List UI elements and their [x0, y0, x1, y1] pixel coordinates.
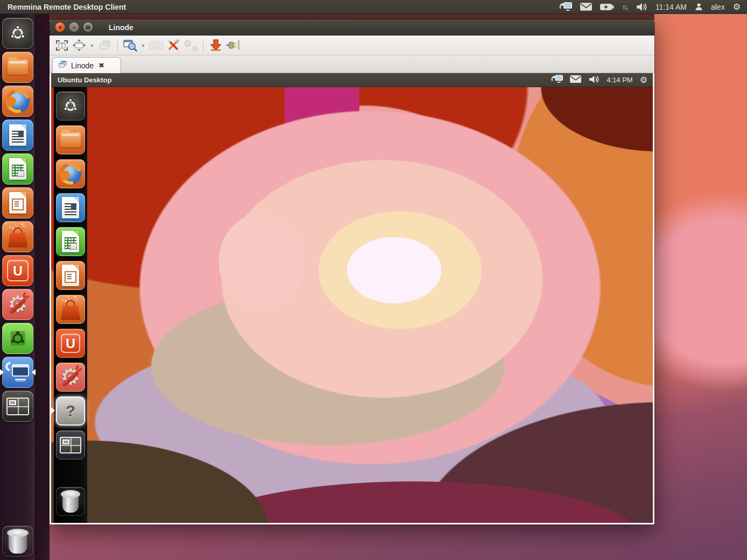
battery-icon[interactable] — [600, 3, 614, 11]
grab-keyboard-button[interactable] — [148, 38, 164, 53]
remote-clock[interactable]: 4:14 PM — [607, 76, 632, 84]
shopping-bag-icon — [7, 225, 29, 249]
unity-launcher: U ⚙ — [0, 14, 36, 560]
remote-launcher-item-impress[interactable] — [56, 261, 85, 290]
firefox-icon — [60, 163, 81, 185]
mail-icon[interactable] — [580, 3, 592, 11]
remote-launcher-item-trash[interactable] — [56, 487, 85, 516]
disconnect-button[interactable] — [225, 38, 241, 53]
fit-window-dropdown[interactable]: ▾ — [88, 38, 96, 53]
ubuntu-logo-green-icon — [9, 329, 27, 348]
preferences-button[interactable] — [165, 38, 181, 53]
host-indicator-tray: ↑↓ 11:14 AM alex ⚙ — [559, 2, 747, 12]
tab-close-button[interactable]: ✖ — [98, 61, 104, 69]
remmina-window: × − Linode 1 ▾ ▾ ⚙⚙ — [50, 19, 654, 524]
toolbar-separator — [117, 39, 118, 52]
launcher-item-writer[interactable] — [2, 119, 33, 151]
remote-launcher-item-settings[interactable]: ⚙ — [56, 363, 85, 392]
workspace-grid-icon — [60, 437, 81, 453]
folder-icon — [8, 60, 28, 75]
remote-launcher-item-workspaces[interactable] — [56, 430, 85, 459]
impress-document-icon — [62, 265, 79, 286]
remmina-toolbar: 1 ▾ ▾ ⚙⚙ — [50, 36, 654, 55]
ubuntu-one-icon: U — [61, 334, 80, 353]
launcher-item-dash[interactable] — [2, 18, 33, 49]
impress-document-icon — [9, 192, 26, 214]
remote-unity-launcher: U ⚙ ? — [54, 87, 87, 523]
fit-window-button[interactable] — [71, 38, 87, 53]
tab-strip: Linode ✖ — [50, 55, 654, 73]
workspace-grid-icon — [6, 398, 29, 415]
toolbar-separator — [203, 39, 203, 52]
scaled-mode-button[interactable] — [122, 38, 138, 53]
calc-document-icon — [62, 231, 79, 252]
gear-wrench-icon: ⚙ — [5, 292, 31, 317]
remote-launcher-item-firefox[interactable] — [56, 159, 85, 188]
fullscreen-digit: 1 — [61, 44, 64, 48]
running-arrow-indicator — [0, 369, 4, 375]
switch-tabs-button[interactable] — [97, 38, 113, 53]
writer-document-icon — [62, 197, 79, 218]
question-mark-icon: ? — [66, 402, 75, 420]
launcher-item-settings[interactable]: ⚙ — [2, 289, 33, 320]
remote-session-viewport: Ubuntu Desktop 4:14 PM ⚙ — [50, 73, 654, 524]
session-gear-icon[interactable]: ⚙ — [733, 3, 741, 11]
remote-menubar-title: Ubuntu Desktop — [51, 76, 111, 84]
host-clock[interactable]: 11:14 AM — [656, 3, 687, 11]
window-minimize-button[interactable]: − — [69, 22, 79, 32]
tab-label: Linode — [71, 61, 94, 70]
launcher-item-impress[interactable] — [2, 187, 33, 218]
window-titlebar[interactable]: × − Linode — [50, 19, 654, 36]
remote-launcher-item-dash[interactable] — [56, 91, 85, 120]
screenshot-button[interactable] — [208, 38, 224, 53]
user-icon[interactable] — [695, 3, 703, 11]
tab-linode[interactable]: Linode ✖ — [52, 57, 121, 73]
window-close-button[interactable]: × — [55, 22, 65, 32]
launcher-item-workspaces[interactable] — [2, 391, 33, 422]
remote-menubar: Ubuntu Desktop 4:14 PM ⚙ — [51, 73, 653, 87]
focused-arrow-indicator — [51, 407, 55, 414]
remote-launcher-item-writer[interactable] — [56, 193, 85, 222]
network-icon[interactable] — [551, 75, 563, 85]
launcher-item-ubuntu-green-app[interactable] — [2, 323, 33, 354]
volume-icon[interactable] — [588, 75, 600, 86]
calc-document-icon — [9, 158, 26, 180]
remote-launcher-item-home[interactable] — [56, 125, 85, 154]
scaled-mode-dropdown[interactable]: ▾ — [139, 38, 147, 53]
launcher-item-home[interactable] — [2, 52, 33, 83]
launcher-item-trash[interactable] — [2, 526, 33, 557]
ubuntu-logo-icon — [62, 98, 79, 114]
remote-launcher-item-calc[interactable] — [56, 227, 85, 256]
launcher-item-software-center[interactable] — [2, 221, 33, 252]
remmina-monitor-icon — [5, 361, 30, 384]
folder-icon — [60, 132, 81, 147]
toggle-fullscreen-button[interactable]: 1 — [54, 38, 70, 53]
tools-button[interactable]: ⚙⚙ — [182, 38, 199, 53]
remote-indicator-tray: 4:14 PM ⚙ — [551, 75, 653, 86]
launcher-item-ubuntu-one[interactable]: U — [2, 255, 33, 286]
gear-wrench-icon: ⚙ — [58, 364, 83, 390]
window-title: Linode — [109, 23, 133, 32]
active-app-title: Remmina Remote Desktop Client — [0, 3, 126, 11]
sync-arrows-icon[interactable]: ↑↓ — [622, 3, 628, 11]
remote-launcher-item-unknown-app[interactable]: ? — [56, 396, 85, 426]
shopping-bag-icon — [60, 297, 81, 321]
ubuntu-logo-icon — [9, 25, 26, 42]
launcher-item-firefox[interactable] — [2, 86, 33, 117]
launcher-item-remmina[interactable] — [2, 357, 33, 388]
volume-icon[interactable] — [636, 2, 647, 12]
launcher-item-calc[interactable] — [2, 153, 33, 185]
window-maximize-button[interactable] — [83, 22, 93, 32]
trash-icon — [8, 529, 28, 554]
remote-launcher-item-ubuntu-one[interactable]: U — [56, 329, 85, 358]
session-gear-icon[interactable]: ⚙ — [640, 76, 647, 84]
host-username[interactable]: alex — [711, 3, 725, 11]
trash-icon — [61, 490, 80, 513]
network-icon[interactable] — [559, 2, 572, 11]
mail-icon[interactable] — [570, 75, 581, 84]
top-panel: Remmina Remote Desktop Client ↑↓ 11:14 A… — [0, 0, 747, 14]
writer-document-icon — [9, 124, 26, 146]
firefox-icon — [6, 89, 30, 113]
remote-launcher-item-software-center[interactable] — [56, 295, 85, 324]
remote-desktop-wallpaper[interactable] — [51, 87, 653, 523]
